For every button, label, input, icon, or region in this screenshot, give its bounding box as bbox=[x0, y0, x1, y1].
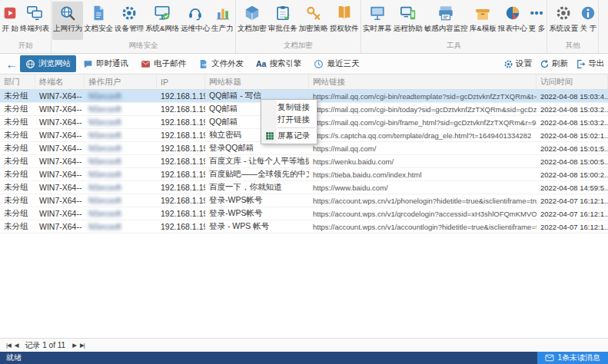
column-header-ip[interactable]: IP bbox=[157, 74, 205, 89]
gear-icon bbox=[503, 59, 513, 69]
cell-time: 2022-04-08 15:03:2... bbox=[537, 116, 608, 128]
table-row[interactable]: 未分组 WIN7-X64-- NSecsoft 192.168.1.190 登录… bbox=[0, 194, 608, 207]
about-icon bbox=[580, 4, 596, 22]
file-out-icon bbox=[198, 59, 208, 69]
ribbon-group-label: 开始 bbox=[0, 40, 51, 53]
ribbon-item-label: 文档安全 bbox=[84, 24, 113, 34]
ribbon-item-more[interactable]: ••• 更 多 bbox=[528, 2, 547, 40]
ribbon-item-remote-assist[interactable]: 远程协助 bbox=[393, 2, 424, 40]
cell-link[interactable]: https://account.wps.cn/v1/phonelogin?hid… bbox=[309, 194, 537, 207]
ribbon-group-tools: 实时屏幕 远程协助 敏感内容监控 库&模板 报表中心 bbox=[361, 0, 547, 53]
ribbon-group-label: 网络安全 bbox=[51, 40, 235, 53]
web-behavior-icon bbox=[59, 4, 76, 22]
menu-item-screen-record[interactable]: 屏幕记录 bbox=[261, 130, 317, 142]
ribbon-item-doc-security[interactable]: 文档安全 bbox=[83, 2, 114, 40]
column-header-user[interactable]: 操作用户 bbox=[85, 74, 157, 89]
cell-link[interactable]: https://wenku.baidu.com/ bbox=[309, 155, 537, 167]
ribbon-item-label: 系统设置 bbox=[549, 24, 578, 34]
ribbon-item-terminal-list[interactable]: 终端列表 bbox=[19, 2, 50, 40]
cell-title: 百度文库 - 让每个人平等地提升自我 bbox=[205, 155, 309, 167]
tab-file-outgoing[interactable]: 文件外发 bbox=[193, 55, 249, 72]
tab-search-engine[interactable]: Aa 搜索引擎 bbox=[251, 55, 307, 72]
table-row[interactable]: 未分组 WIN7-X64-- NSecsoft 192.168.1.190 百度… bbox=[0, 181, 608, 194]
cell-title: 登录 - WPS 帐号 bbox=[205, 220, 309, 233]
cell-user: NSecsoft bbox=[85, 207, 157, 220]
ribbon-item-doc-encrypt[interactable]: 文档加密 bbox=[237, 2, 267, 40]
sensitive-monitor-icon bbox=[437, 4, 454, 22]
refresh-button[interactable]: 刷新 bbox=[540, 58, 568, 69]
ribbon-item-system-network[interactable]: 系统&网络 bbox=[145, 2, 180, 40]
column-header-link[interactable]: 网站链接 bbox=[309, 74, 537, 89]
menu-item-open-link[interactable]: 打开链接 bbox=[261, 114, 317, 126]
unread-message-button[interactable]: 1条未读消息 bbox=[537, 352, 608, 364]
table-row[interactable]: 未分组 WIN7-X64-- NSecsoft 192.168.1.190 登录… bbox=[0, 207, 608, 220]
ribbon-item-label: 远维中心 bbox=[181, 24, 210, 34]
tab-browse-websites[interactable]: 浏览网站 bbox=[20, 55, 76, 72]
ribbon-item-productivity[interactable]: 生产力 bbox=[211, 2, 234, 40]
cell-link[interactable]: https://account.wps.cn/v1/accountlogin?h… bbox=[309, 220, 537, 233]
ribbon-group-start: 开 始 终端列表 开始 bbox=[0, 0, 51, 53]
last-page-button[interactable]: ▶| bbox=[80, 342, 85, 349]
table-row[interactable]: 未分组 WIN7-X64-- NSecsoft 192.168.1.190 百度… bbox=[0, 168, 608, 181]
cell-terminal: WIN7-X64-- bbox=[35, 116, 85, 128]
cell-terminal: WIN7-X64-- bbox=[35, 90, 85, 102]
cell-link[interactable]: https://tieba.baidu.com/index.html bbox=[309, 168, 537, 180]
tab-email[interactable]: 电子邮件 bbox=[135, 55, 191, 72]
table-row[interactable]: 未分组 WIN7-X64-- NSecsoft 192.168.1.190 百度… bbox=[0, 155, 608, 168]
tab-recent-three-days[interactable]: 最近三天 bbox=[308, 55, 364, 72]
column-header-dept[interactable]: 部门 bbox=[0, 74, 35, 89]
column-header-time[interactable]: 访问时间 bbox=[537, 74, 608, 89]
ribbon-item-about[interactable]: 关 于 bbox=[579, 2, 597, 40]
column-header-terminal[interactable]: 终端名 bbox=[35, 74, 85, 89]
menu-item-copy-link[interactable]: 复制链接 bbox=[261, 101, 317, 114]
cell-ip: 192.168.1.190 bbox=[157, 207, 205, 220]
table-row[interactable]: 未分组 WIN7-X64-- NSecsoft 192.168.1.190 登录… bbox=[0, 220, 608, 233]
menu-item-label: 复制链接 bbox=[277, 102, 310, 113]
ribbon-item-approval-task[interactable]: 审批任务 bbox=[267, 2, 298, 40]
ribbon: 开 始 终端列表 开始 上网行为 文档安全 bbox=[0, 0, 608, 54]
settings-button[interactable]: 设置 bbox=[503, 58, 532, 69]
cell-terminal: WIN7-X64-- bbox=[35, 220, 85, 233]
cell-title: 登录-WPS帐号 bbox=[205, 194, 309, 207]
ribbon-item-encrypt-policy[interactable]: 加密策略 bbox=[298, 2, 329, 40]
ribbon-item-realtime-screen[interactable]: 实时屏幕 bbox=[362, 2, 393, 40]
ribbon-item-start[interactable]: 开 始 bbox=[1, 2, 19, 40]
cell-link[interactable]: https://s.captcha.qq.com/template/drag_e… bbox=[309, 129, 537, 141]
tab-label: 即时通讯 bbox=[96, 58, 128, 69]
cell-user: NSecsoft bbox=[85, 116, 157, 128]
export-button[interactable]: 导出 bbox=[576, 58, 604, 69]
first-page-button[interactable]: |◀ bbox=[6, 342, 11, 349]
cell-link[interactable]: https://mail.qq.com/ bbox=[309, 142, 537, 154]
tab-instant-messaging[interactable]: 即时通讯 bbox=[78, 55, 134, 72]
context-menu: 复制链接 打开链接 屏幕记录 bbox=[261, 99, 317, 144]
licensed-software-icon bbox=[336, 4, 353, 22]
ribbon-item-web-behavior[interactable]: 上网行为 bbox=[52, 2, 83, 40]
cell-dept: 未分组 bbox=[0, 194, 35, 207]
cell-user: NSecsoft bbox=[85, 155, 157, 167]
export-icon bbox=[576, 59, 586, 69]
back-button[interactable]: ← bbox=[4, 58, 19, 71]
next-page-button[interactable]: ▶ bbox=[72, 342, 76, 349]
ribbon-item-licensed-software[interactable]: 授权软件 bbox=[329, 2, 360, 40]
prev-page-button[interactable]: ◀ bbox=[15, 342, 18, 349]
ribbon-item-sensitive-monitor[interactable]: 敏感内容监控 bbox=[424, 2, 469, 40]
ribbon-item-remote-center[interactable]: 远维中心 bbox=[180, 2, 211, 40]
cell-link[interactable]: https://account.wps.cn/v1/qrcodelogin?ac… bbox=[309, 207, 537, 220]
tab-label: 电子邮件 bbox=[154, 58, 186, 69]
ribbon-item-library-template[interactable]: 库&模板 bbox=[469, 2, 497, 40]
cell-link[interactable]: https://mail.qq.com/cgi-bin/frame_html?s… bbox=[309, 116, 537, 128]
ribbon-item-system-settings[interactable]: 系统设置 bbox=[548, 2, 579, 40]
cell-link[interactable]: https://mail.qq.com/cgi-bin/readtemplate… bbox=[309, 90, 537, 102]
device-manage-icon bbox=[121, 4, 138, 22]
cell-time: 2022-04-07 16:12:1... bbox=[537, 207, 608, 220]
ribbon-item-label: 关 于 bbox=[580, 24, 597, 34]
cell-time: 2022-04-08 14:59:5... bbox=[537, 181, 608, 194]
ribbon-item-device-manage[interactable]: 设备管理 bbox=[114, 2, 145, 40]
column-header-title[interactable]: 网站标题 bbox=[205, 74, 309, 89]
ribbon-item-report-center[interactable]: 报表中心 bbox=[497, 2, 528, 40]
cell-link[interactable]: https://mail.qq.com/cgi-bin/today?sid=gc… bbox=[309, 103, 537, 115]
ribbon-item-label: 实时屏幕 bbox=[363, 24, 392, 34]
cell-link[interactable]: https://www.baidu.com/ bbox=[309, 181, 537, 194]
cell-time: 2022-04-08 15:01:5... bbox=[537, 142, 608, 154]
remote-assist-icon bbox=[400, 4, 417, 22]
